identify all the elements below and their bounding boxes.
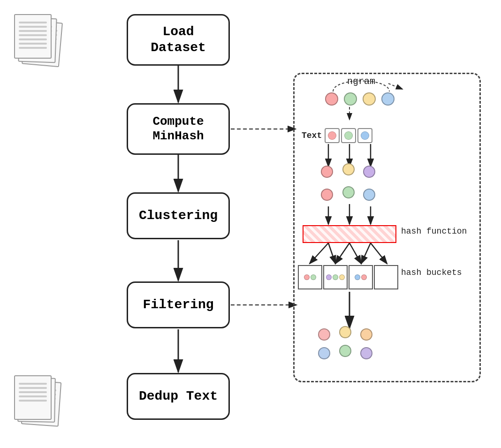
clustering-label: Clustering xyxy=(139,208,218,224)
bucket-4 xyxy=(374,265,398,289)
text-tag: Text xyxy=(302,131,322,140)
clustering-box: Clustering xyxy=(127,192,230,239)
dot-out-4 xyxy=(318,347,330,359)
dot-scatter1-1 xyxy=(321,166,333,178)
dot-out-5 xyxy=(339,345,351,357)
hash-function-label: hash function xyxy=(401,226,467,237)
text-circle-3 xyxy=(357,128,372,143)
text-circle-2 xyxy=(341,128,356,143)
compute-minhash-label: Compute MinHash xyxy=(152,114,204,144)
output-document-stack xyxy=(14,375,66,432)
load-dataset-box: Load Dataset xyxy=(127,14,230,66)
dot-out-2 xyxy=(339,326,351,338)
dot-ngram-4 xyxy=(381,92,395,106)
input-document-stack xyxy=(14,14,66,70)
text-label-row: Text xyxy=(302,128,372,143)
dot-scatter2-2 xyxy=(342,186,355,198)
dot-scatter2-3 xyxy=(363,189,375,201)
hash-function-box xyxy=(303,225,396,243)
filtering-label: Filtering xyxy=(143,297,213,313)
dot-scatter1-2 xyxy=(342,163,355,175)
dot-out-1 xyxy=(318,328,330,341)
bucket-2 xyxy=(323,265,348,289)
hash-buckets-label: hash buckets xyxy=(401,267,462,278)
filtering-box: Filtering xyxy=(127,281,230,328)
text-circle-1 xyxy=(325,128,340,143)
compute-minhash-box: Compute MinHash xyxy=(127,103,230,155)
dedup-text-label: Dedup Text xyxy=(139,388,218,404)
hash-buckets-row xyxy=(298,265,398,289)
dot-scatter2-1 xyxy=(321,189,333,201)
dot-scatter1-3 xyxy=(363,166,375,178)
load-dataset-label: Load Dataset xyxy=(151,24,206,55)
dot-ngram-3 xyxy=(363,92,376,106)
dot-ngram-1 xyxy=(325,92,338,106)
ngram-label: ngram xyxy=(347,76,375,87)
dedup-text-box: Dedup Text xyxy=(127,373,230,420)
bucket-1 xyxy=(298,265,322,289)
dot-out-6 xyxy=(360,347,372,359)
bucket-3 xyxy=(349,265,373,289)
dot-out-3 xyxy=(360,328,372,341)
main-canvas: Load Dataset Compute MinHash Clustering … xyxy=(0,0,501,448)
text-box-row xyxy=(325,128,372,143)
dot-ngram-2 xyxy=(344,92,357,106)
